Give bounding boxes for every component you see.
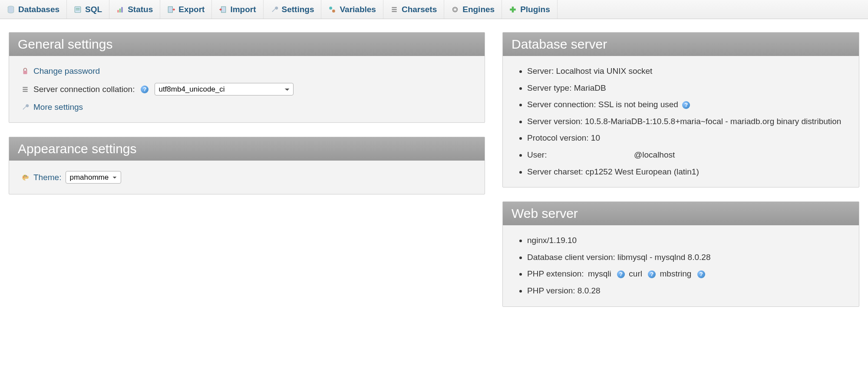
tab-status[interactable]: Status xyxy=(109,0,160,19)
tab-settings[interactable]: Settings xyxy=(264,0,322,19)
panel-body: Change password Server connection collat… xyxy=(9,56,485,122)
database-server-panel: Database server Server: Localhost via UN… xyxy=(502,32,859,188)
tab-plugins[interactable]: Plugins xyxy=(502,0,558,19)
tab-label: Charsets xyxy=(402,5,437,14)
tab-label: Status xyxy=(128,5,153,14)
plugins-icon xyxy=(509,6,517,13)
general-settings-panel: General settings Change password Server … xyxy=(9,32,485,123)
theme-select[interactable]: pmahomme xyxy=(66,171,121,184)
panel-title: Appearance settings xyxy=(9,137,485,161)
svg-rect-18 xyxy=(23,89,27,89)
wrench-icon xyxy=(271,6,278,13)
svg-rect-4 xyxy=(117,10,119,13)
theme-label[interactable]: Theme: xyxy=(33,173,61,182)
list-item: Protocol version: 10 xyxy=(527,130,847,147)
help-icon[interactable]: ? xyxy=(697,270,705,278)
tab-sql[interactable]: SQL xyxy=(67,0,109,19)
tab-databases[interactable]: Databases xyxy=(0,0,67,19)
panel-body: Theme: pmahomme xyxy=(9,161,485,194)
list-item: Server: Localhost via UNIX socket xyxy=(527,63,847,80)
svg-point-21 xyxy=(24,175,25,176)
help-icon[interactable]: ? xyxy=(682,101,690,109)
svg-rect-3 xyxy=(76,10,80,10)
tab-label: Import xyxy=(230,5,256,14)
wrench-icon xyxy=(21,103,29,111)
tab-label: Variables xyxy=(340,5,376,14)
change-password-link[interactable]: Change password xyxy=(33,66,100,76)
theme-row: Theme: pmahomme xyxy=(21,168,472,187)
svg-rect-17 xyxy=(23,87,27,88)
tab-label: Plugins xyxy=(520,5,550,14)
panel-body: Server: Localhost via UNIX socket Server… xyxy=(503,56,859,187)
svg-rect-13 xyxy=(392,11,396,12)
tab-label: SQL xyxy=(85,5,102,14)
list-item: Server type: MariaDB xyxy=(527,80,847,97)
list-item: Database client version: libmysql - mysq… xyxy=(527,249,847,266)
import-icon xyxy=(219,6,227,13)
help-icon[interactable]: ? xyxy=(648,270,656,278)
tab-export[interactable]: Export xyxy=(160,0,212,19)
appearance-settings-panel: Appearance settings Theme: pmahomme xyxy=(9,137,485,194)
svg-rect-12 xyxy=(392,9,396,10)
list-item: User: @localhost xyxy=(527,147,847,164)
status-icon xyxy=(116,6,124,13)
tab-label: Export xyxy=(178,5,205,14)
lock-icon xyxy=(21,67,29,75)
tab-import[interactable]: Import xyxy=(212,0,263,19)
database-icon xyxy=(7,6,15,13)
top-tabs: Databases SQL Status Export Import Setti… xyxy=(0,0,868,19)
export-icon xyxy=(167,6,175,13)
web-server-panel: Web server nginx/1.19.10 Database client… xyxy=(502,201,859,306)
help-icon[interactable]: ? xyxy=(617,270,625,278)
collation-icon xyxy=(21,86,29,93)
panel-title: Web server xyxy=(503,202,859,225)
svg-rect-5 xyxy=(119,8,121,12)
ext-mysqli: mysqli xyxy=(588,269,611,278)
tab-label: Settings xyxy=(282,5,314,14)
help-icon[interactable]: ? xyxy=(141,86,149,93)
right-column: Database server Server: Localhost via UN… xyxy=(502,32,859,321)
more-settings-row: More settings xyxy=(21,99,472,115)
svg-point-9 xyxy=(330,7,333,10)
tab-engines[interactable]: Engines xyxy=(444,0,502,19)
change-password-row: Change password xyxy=(21,63,472,79)
variables-icon xyxy=(328,6,336,13)
tab-charsets[interactable]: Charsets xyxy=(383,0,444,19)
svg-rect-19 xyxy=(23,91,27,92)
dbserver-list: Server: Localhost via UNIX socket Server… xyxy=(515,63,847,180)
tab-variables[interactable]: Variables xyxy=(321,0,383,19)
tab-label: Engines xyxy=(462,5,495,14)
svg-point-22 xyxy=(26,175,26,176)
svg-rect-16 xyxy=(23,71,27,74)
sql-icon xyxy=(74,6,82,13)
more-settings-link[interactable]: More settings xyxy=(33,102,83,112)
list-item: PHP version: 8.0.28 xyxy=(527,283,847,299)
svg-point-15 xyxy=(454,8,456,10)
user-label: User: xyxy=(527,150,547,159)
ext-mbstring: mbstring xyxy=(660,269,692,278)
svg-rect-7 xyxy=(168,7,172,13)
panel-title: Database server xyxy=(503,33,859,56)
svg-rect-8 xyxy=(221,7,226,13)
list-item: nginx/1.19.10 xyxy=(527,232,847,249)
collation-select[interactable]: utf8mb4_unicode_ci xyxy=(155,83,294,95)
webserver-list: nginx/1.19.10 Database client version: l… xyxy=(515,232,847,299)
engines-icon xyxy=(451,6,459,13)
ext-curl: curl xyxy=(629,269,642,278)
svg-rect-2 xyxy=(76,8,80,8)
palette-icon xyxy=(21,174,29,181)
list-item: Server charset: cp1252 West European (la… xyxy=(527,164,847,181)
collation-label: Server connection collation: xyxy=(33,85,135,94)
main-content: General settings Change password Server … xyxy=(0,19,868,334)
left-column: General settings Change password Server … xyxy=(9,32,485,321)
svg-point-10 xyxy=(332,10,335,13)
connection-text: Server connection: SSL is not being used xyxy=(527,100,678,109)
tab-label: Databases xyxy=(18,5,59,14)
collation-row: Server connection collation: ? utf8mb4_u… xyxy=(21,79,472,99)
list-item: PHP extension: mysqli ? curl ? mbstring … xyxy=(527,266,847,283)
panel-title: General settings xyxy=(9,33,485,56)
list-item: Server connection: SSL is not being used… xyxy=(527,96,847,113)
charsets-icon xyxy=(390,6,398,13)
svg-rect-6 xyxy=(121,7,122,12)
svg-rect-11 xyxy=(392,7,396,8)
